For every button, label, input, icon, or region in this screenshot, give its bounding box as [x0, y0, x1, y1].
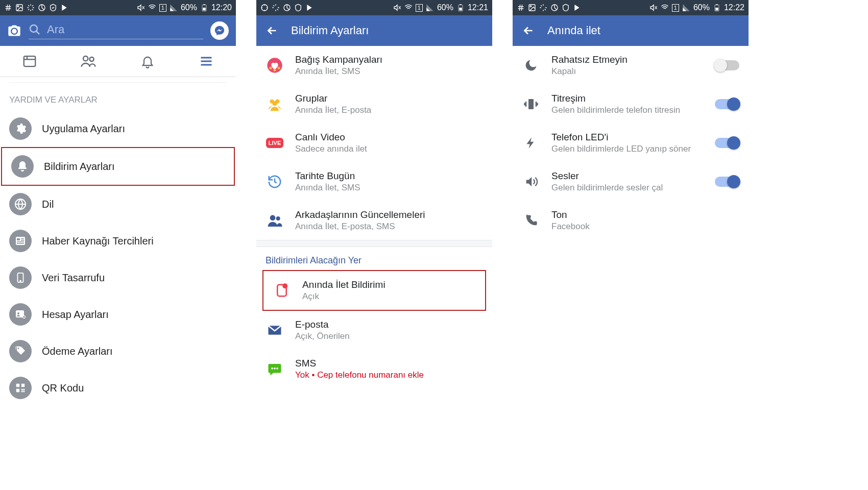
- hash-icon: [4, 4, 12, 12]
- sim-1-icon: 1: [672, 4, 679, 12]
- menu-label: Ödeme Ayarları: [42, 346, 113, 357]
- row-title: Tarihte Bugün: [295, 170, 483, 182]
- globe-icon: [9, 193, 32, 215]
- row-sms[interactable]: SMSYok • Cep telefonu numaranı ekle: [256, 350, 492, 388]
- svg-rect-33: [459, 8, 462, 10]
- svg-point-35: [269, 67, 272, 69]
- svg-rect-12: [17, 238, 20, 240]
- menu-label: QR Kodu: [42, 382, 84, 394]
- sim-1-icon: 1: [159, 4, 166, 12]
- svg-point-1: [17, 6, 19, 7]
- sync-icon: [539, 4, 547, 12]
- status-bar: 1 60% 12:21: [256, 0, 492, 15]
- menu-account-settings[interactable]: Hesap Ayarları: [0, 296, 236, 333]
- svg-point-44: [282, 283, 287, 288]
- led-toggle[interactable]: [715, 138, 739, 148]
- row-title: Titreşim: [551, 93, 704, 104]
- search-input[interactable]: [46, 22, 203, 37]
- row-sub: Gelen bildirimlerde telefon titresin: [551, 105, 704, 115]
- mute-icon: [137, 4, 145, 12]
- play-icon: [305, 4, 314, 12]
- svg-rect-15: [17, 241, 24, 242]
- screen-3-push-settings: 1 60% 12:22 Anında ilet Rahatsız Etmeyin…: [513, 0, 749, 490]
- menu-qr-code[interactable]: QR Kodu: [0, 370, 236, 406]
- groups-icon: [266, 95, 284, 113]
- email-icon: [266, 321, 284, 339]
- appbar: Anında ilet: [513, 15, 749, 46]
- appbar-title: Bildirim Ayarları: [291, 24, 369, 37]
- mute-icon: [649, 4, 658, 12]
- row-vibrate[interactable]: TitreşimGelen bildirimlerde telefon titr…: [513, 85, 749, 124]
- row-title: Anında İlet Bildirimi: [302, 279, 476, 290]
- menu-label: Haber Kaynağı Tercihleri: [42, 235, 154, 247]
- row-on-this-day[interactable]: Tarihte BugünAnında İlet, SMS: [256, 162, 492, 201]
- battery-pct: 60%: [181, 3, 197, 12]
- status-time: 12:20: [211, 3, 232, 12]
- dnd-toggle[interactable]: [715, 60, 739, 70]
- messenger-icon[interactable]: [210, 21, 229, 40]
- wifi-icon: [404, 4, 413, 12]
- speaker-icon: [522, 173, 540, 191]
- spinner-icon: [260, 4, 269, 12]
- row-sounds[interactable]: SeslerGelen bildirimlerde sesler çal: [513, 162, 749, 201]
- row-sub: Yok • Cep telefonu numaranı ekle: [295, 370, 483, 380]
- sounds-toggle[interactable]: [715, 177, 739, 187]
- tab-menu[interactable]: [177, 46, 236, 77]
- svg-point-37: [273, 69, 276, 71]
- row-title: E-posta: [295, 319, 483, 330]
- image-icon: [528, 4, 536, 12]
- row-sub: Açık: [302, 291, 476, 302]
- row-email[interactable]: E-postaAçık, Önerilen: [256, 311, 492, 350]
- tab-friends[interactable]: [59, 46, 118, 77]
- svg-point-41: [270, 215, 276, 220]
- row-led[interactable]: Telefon LED'iGelen bildirimlerde LED yan…: [513, 124, 749, 162]
- signal-icon: [682, 4, 690, 12]
- row-dnd[interactable]: Rahatsız EtmeyinKapalı: [513, 46, 749, 85]
- battery-icon: [200, 4, 208, 12]
- tab-notifications[interactable]: [118, 46, 177, 77]
- menu-data-saver[interactable]: Veri Tasarrufu: [0, 259, 236, 296]
- back-arrow-icon[interactable]: [266, 24, 279, 37]
- wifi-icon: [148, 4, 156, 12]
- svg-point-36: [277, 67, 280, 69]
- status-time: 12:21: [468, 3, 488, 12]
- bell-icon: [11, 155, 34, 178]
- menu-notification-settings[interactable]: Bildirim Ayarları: [1, 147, 235, 186]
- camera-icon[interactable]: [7, 23, 21, 38]
- svg-rect-27: [21, 391, 23, 393]
- section-where-notifications: Bildirimleri Alacağın Yer: [256, 247, 492, 270]
- menu-language[interactable]: Dil: [0, 186, 236, 223]
- svg-point-18: [20, 281, 21, 282]
- menu-payment-settings[interactable]: Ödeme Ayarları: [0, 333, 236, 370]
- shield-icon: [294, 4, 302, 12]
- menu-feed-prefs[interactable]: Haber Kaynağı Tercihleri: [0, 223, 236, 259]
- play-icon: [573, 4, 581, 12]
- push-icon: [273, 281, 291, 300]
- row-sub: Anında İlet, SMS: [295, 66, 483, 77]
- row-push-notifications[interactable]: Anında İlet BildirimiAçık: [262, 270, 486, 311]
- row-donations[interactable]: Bağış KampanyalarıAnında İlet, SMS: [256, 46, 492, 85]
- history-icon: [266, 173, 284, 191]
- back-arrow-icon[interactable]: [522, 24, 535, 37]
- svg-rect-32: [460, 4, 462, 5]
- tab-feed[interactable]: [0, 46, 59, 77]
- svg-point-9: [90, 57, 94, 61]
- menu-label: Dil: [42, 199, 54, 210]
- row-tone[interactable]: TonFacebook: [513, 201, 749, 240]
- vibrate-toggle[interactable]: [715, 99, 739, 109]
- svg-rect-55: [528, 99, 534, 109]
- search-wrap[interactable]: [29, 22, 203, 39]
- svg-point-48: [276, 368, 278, 370]
- row-live-video[interactable]: LIVE Canlı VideoSadece anında ilet: [256, 124, 492, 162]
- pie-icon: [38, 4, 46, 12]
- row-friend-updates[interactable]: Arkadaşlarının GüncellemeleriAnında İlet…: [256, 201, 492, 240]
- svg-rect-25: [21, 389, 23, 390]
- menu-label: Bildirim Ayarları: [44, 161, 115, 173]
- row-sub: Gelen bildirimlerde LED yanıp söner: [551, 144, 704, 154]
- menu-label: Hesap Ayarları: [42, 309, 109, 321]
- menu-app-settings[interactable]: Uygulama Ayarları: [0, 110, 236, 147]
- donations-icon: [266, 56, 284, 75]
- svg-point-42: [276, 216, 280, 220]
- row-groups[interactable]: GruplarAnında İlet, E-posta: [256, 85, 492, 124]
- battery-icon: [713, 4, 721, 12]
